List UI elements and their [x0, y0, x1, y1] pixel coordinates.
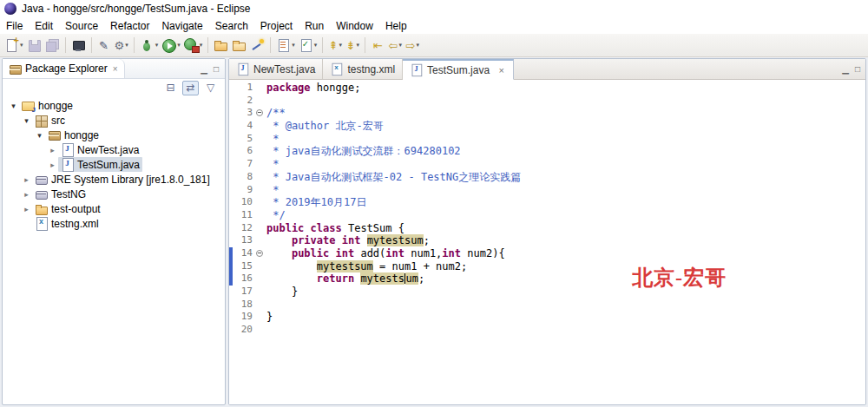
maximize-editor-icon[interactable]: □ — [855, 64, 860, 74]
code-line-4[interactable]: 4 * @author 北京-宏哥 — [229, 120, 865, 133]
menu-refactor[interactable]: Refactor — [104, 18, 155, 34]
code-line-18[interactable]: 18 — [229, 299, 865, 312]
menu-source[interactable]: Source — [59, 18, 104, 34]
link-with-editor-icon[interactable]: ⇄ — [182, 81, 199, 95]
sketch-button[interactable]: ✎ — [95, 36, 113, 55]
tree-item-test-output[interactable]: ▸test-output — [3, 201, 225, 216]
code-line-6[interactable]: 6 * java自动化测试交流群：694280102 — [229, 145, 865, 158]
dropdown-arrow-icon[interactable]: ▾ — [125, 42, 128, 49]
code-line-11[interactable]: 11 */ — [229, 209, 865, 222]
fold-collapse-icon[interactable] — [256, 250, 263, 257]
dropdown-arrow-icon[interactable]: ▾ — [20, 42, 23, 49]
save-button[interactable] — [25, 36, 43, 55]
code-line-3[interactable]: 3/** — [229, 107, 865, 120]
code-line-16[interactable]: 16 return mytestsum; — [229, 272, 865, 286]
fold-collapse-icon[interactable] — [256, 109, 263, 116]
collapse-arrow-icon[interactable]: ▾ — [8, 102, 19, 110]
tree-item-content[interactable]: testng.xml — [32, 216, 102, 231]
tree-item-content[interactable]: hongge — [45, 128, 102, 142]
tree-item-testng[interactable]: ▸TestNG — [3, 187, 225, 201]
editor-tab-newtest-java[interactable]: NewTest.java — [229, 59, 323, 79]
expand-arrow-icon[interactable]: ▸ — [21, 190, 32, 199]
expand-arrow-icon[interactable]: ▸ — [21, 205, 32, 213]
minimize-view-icon[interactable]: ▁ — [201, 64, 207, 74]
menu-project[interactable]: Project — [254, 18, 299, 34]
code-line-14[interactable]: 14 public int add(int num1,int num2){ — [229, 247, 865, 260]
code-line-13[interactable]: 13 private int mytestsum; — [229, 234, 865, 247]
run-button[interactable]: ▾ — [160, 36, 182, 55]
dropdown-arrow-icon[interactable]: ▾ — [155, 42, 159, 49]
menu-edit[interactable]: Edit — [29, 18, 59, 34]
new-wizard-magic-button[interactable] — [248, 36, 266, 55]
back-button[interactable]: ⇦▾ — [386, 36, 404, 55]
menu-navigate[interactable]: Navigate — [155, 18, 208, 34]
editor-tab-testng-xml[interactable]: testng.xml — [323, 59, 403, 79]
code-line-20[interactable]: 20 — [229, 324, 865, 337]
tree-item-testng-xml[interactable]: testng.xml — [3, 216, 225, 231]
new-task-button[interactable]: ▾ — [274, 36, 297, 55]
last-edit-location-button[interactable]: ⇤ — [369, 36, 386, 55]
code-line-7[interactable]: 7 * — [229, 158, 865, 171]
dropdown-arrow-icon[interactable]: ▾ — [356, 42, 359, 49]
code-line-19[interactable]: 19} — [229, 311, 865, 324]
tree-item-hongge[interactable]: ▾hongge — [3, 128, 225, 142]
tree-item-content[interactable]: JRE System Library [jre1.8.0_181] — [32, 172, 213, 187]
menu-help[interactable]: Help — [379, 18, 413, 34]
debug-button[interactable]: ▾ — [138, 36, 161, 55]
expand-arrow-icon[interactable]: ▸ — [47, 161, 58, 169]
tree-item-content[interactable]: TestSum.java — [58, 157, 142, 172]
editor-body[interactable]: 1package hongge;23/**4 * @author 北京-宏哥5 … — [229, 80, 865, 404]
dropdown-arrow-icon[interactable]: ▾ — [416, 42, 419, 49]
build-all-button[interactable]: ⚙▾ — [113, 36, 130, 55]
menu-window[interactable]: Window — [330, 18, 379, 34]
code-line-2[interactable]: 2 — [229, 95, 865, 108]
previous-annotation-button[interactable]: ⇞▾ — [326, 36, 344, 55]
dropdown-arrow-icon[interactable]: ▾ — [314, 42, 318, 49]
open-console-button[interactable] — [69, 36, 88, 55]
forward-button[interactable]: ⇨▾ — [404, 36, 421, 55]
code-line-17[interactable]: 17 } — [229, 286, 865, 299]
tree-item-newtest-java[interactable]: ▸NewTest.java — [3, 142, 225, 157]
code-line-5[interactable]: 5 * — [229, 133, 865, 146]
tree-item-content[interactable]: hongge — [19, 98, 76, 113]
dropdown-arrow-icon[interactable]: ▾ — [339, 42, 342, 49]
tree-item-hongge[interactable]: ▾hongge — [3, 98, 225, 113]
dropdown-arrow-icon[interactable]: ▾ — [200, 42, 203, 49]
minimize-editor-icon[interactable]: ▁ — [842, 64, 849, 74]
close-tab-icon[interactable]: × — [496, 65, 506, 75]
package-explorer-tab[interactable]: Package Explorer × — [3, 59, 125, 78]
collapse-all-icon[interactable]: ⊟ — [162, 81, 179, 95]
mark-task-done-button[interactable]: ▾ — [297, 36, 319, 55]
tree-item-jre-system-library-jre1-8-0-181[interactable]: ▸JRE System Library [jre1.8.0_181] — [3, 172, 225, 187]
dropdown-arrow-icon[interactable]: ▾ — [177, 42, 181, 49]
external-tools-button[interactable]: ▾ — [182, 36, 205, 55]
code-line-10[interactable]: 10 * 2019年10月17日 — [229, 196, 865, 209]
code-line-12[interactable]: 12public class TestSum { — [229, 222, 865, 235]
editor-tab-testsum-java[interactable]: TestSum.java× — [403, 59, 514, 80]
menu-run[interactable]: Run — [299, 18, 330, 34]
tree-item-content[interactable]: NewTest.java — [58, 142, 141, 157]
open-element-button[interactable] — [230, 36, 248, 55]
tree-item-content[interactable]: TestNG — [32, 187, 89, 201]
dropdown-arrow-icon[interactable]: ▾ — [292, 42, 295, 49]
code-line-15[interactable]: 15 mytestsum = num1 + num2; — [229, 260, 865, 273]
dropdown-arrow-icon[interactable]: ▾ — [398, 42, 402, 49]
tree-item-src[interactable]: ▾src — [3, 113, 225, 128]
view-menu-icon[interactable]: ▽ — [202, 81, 219, 95]
next-annotation-button[interactable]: ⇟▾ — [344, 36, 361, 55]
new-wizard-button[interactable]: ▾ — [3, 36, 25, 55]
tree-item-content[interactable]: src — [32, 113, 68, 128]
menu-file[interactable]: File — [0, 18, 29, 34]
menu-search[interactable]: Search — [209, 18, 254, 34]
maximize-view-icon[interactable]: □ — [214, 64, 219, 74]
close-view-icon[interactable]: × — [113, 64, 118, 74]
expand-arrow-icon[interactable]: ▸ — [21, 175, 32, 184]
tree-item-content[interactable]: test-output — [32, 201, 103, 216]
collapse-arrow-icon[interactable]: ▾ — [21, 116, 32, 125]
code-line-1[interactable]: 1package hongge; — [229, 82, 865, 95]
code-line-8[interactable]: 8 * Java自动化测试框架-02 - TestNG之理论实践篇 — [229, 171, 865, 184]
expand-arrow-icon[interactable]: ▸ — [47, 146, 58, 154]
save-all-button[interactable] — [43, 36, 62, 55]
new-java-project-button[interactable] — [212, 36, 230, 55]
code-line-9[interactable]: 9 * — [229, 184, 865, 197]
